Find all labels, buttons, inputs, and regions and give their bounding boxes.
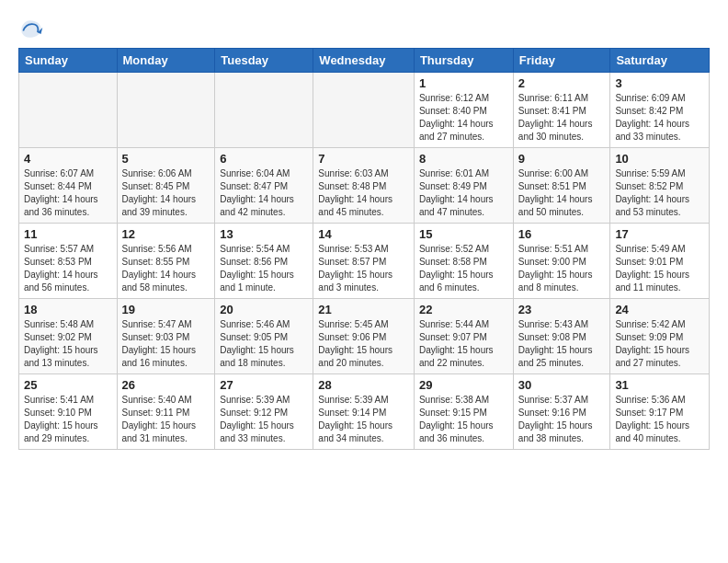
day-cell: 13Sunrise: 5:54 AM Sunset: 8:56 PM Dayli…	[215, 224, 313, 299]
day-cell: 2Sunrise: 6:11 AM Sunset: 8:41 PM Daylig…	[513, 73, 610, 148]
day-cell	[215, 73, 313, 148]
day-cell	[19, 73, 118, 148]
day-info: Sunrise: 6:12 AM Sunset: 8:40 PM Dayligh…	[419, 92, 508, 144]
day-cell	[313, 73, 415, 148]
day-cell: 29Sunrise: 5:38 AM Sunset: 9:15 PM Dayli…	[414, 374, 513, 450]
day-cell: 11Sunrise: 5:57 AM Sunset: 8:53 PM Dayli…	[19, 224, 118, 299]
day-info: Sunrise: 5:41 AM Sunset: 9:10 PM Dayligh…	[24, 394, 112, 445]
day-cell: 24Sunrise: 5:42 AM Sunset: 9:09 PM Dayli…	[610, 299, 710, 374]
day-cell: 27Sunrise: 5:39 AM Sunset: 9:12 PM Dayli…	[215, 374, 313, 450]
day-info: Sunrise: 5:51 AM Sunset: 9:00 PM Dayligh…	[518, 243, 606, 294]
day-cell: 12Sunrise: 5:56 AM Sunset: 8:55 PM Dayli…	[117, 224, 215, 299]
day-cell: 15Sunrise: 5:52 AM Sunset: 8:58 PM Dayli…	[414, 224, 513, 299]
day-cell: 30Sunrise: 5:37 AM Sunset: 9:16 PM Dayli…	[513, 374, 610, 450]
day-number: 30	[518, 378, 606, 392]
day-cell: 8Sunrise: 6:01 AM Sunset: 8:49 PM Daylig…	[414, 148, 513, 224]
day-info: Sunrise: 6:01 AM Sunset: 8:49 PM Dayligh…	[419, 167, 508, 219]
day-number: 16	[518, 227, 606, 241]
week-row-1: 1Sunrise: 6:12 AM Sunset: 8:40 PM Daylig…	[19, 73, 710, 148]
day-number: 24	[615, 303, 704, 316]
week-row-3: 11Sunrise: 5:57 AM Sunset: 8:53 PM Dayli…	[19, 224, 710, 299]
day-info: Sunrise: 5:37 AM Sunset: 9:16 PM Dayligh…	[518, 394, 606, 445]
day-info: Sunrise: 5:38 AM Sunset: 9:15 PM Dayligh…	[419, 394, 508, 445]
week-row-5: 25Sunrise: 5:41 AM Sunset: 9:10 PM Dayli…	[19, 374, 710, 450]
weekday-header-friday: Friday	[513, 49, 610, 73]
week-row-2: 4Sunrise: 6:07 AM Sunset: 8:44 PM Daylig…	[19, 148, 710, 224]
day-info: Sunrise: 5:57 AM Sunset: 8:53 PM Dayligh…	[24, 243, 112, 294]
day-number: 6	[220, 152, 308, 166]
day-cell: 7Sunrise: 6:03 AM Sunset: 8:48 PM Daylig…	[313, 148, 415, 224]
day-info: Sunrise: 5:44 AM Sunset: 9:07 PM Dayligh…	[419, 318, 508, 370]
day-number: 11	[24, 227, 112, 241]
day-cell: 17Sunrise: 5:49 AM Sunset: 9:01 PM Dayli…	[610, 224, 710, 299]
day-number: 23	[518, 303, 606, 316]
day-number: 4	[24, 152, 112, 166]
day-info: Sunrise: 5:59 AM Sunset: 8:52 PM Dayligh…	[615, 167, 704, 219]
day-number: 19	[122, 303, 210, 316]
day-number: 27	[220, 378, 308, 392]
day-cell: 3Sunrise: 6:09 AM Sunset: 8:42 PM Daylig…	[610, 73, 710, 148]
day-cell: 16Sunrise: 5:51 AM Sunset: 9:00 PM Dayli…	[513, 224, 610, 299]
day-info: Sunrise: 6:04 AM Sunset: 8:47 PM Dayligh…	[220, 167, 308, 219]
day-info: Sunrise: 5:52 AM Sunset: 8:58 PM Dayligh…	[419, 243, 508, 294]
day-number: 15	[419, 227, 508, 241]
day-number: 1	[419, 76, 508, 90]
day-info: Sunrise: 6:03 AM Sunset: 8:48 PM Dayligh…	[318, 167, 409, 219]
day-number: 13	[220, 227, 308, 241]
weekday-header-sunday: Sunday	[19, 49, 118, 73]
day-info: Sunrise: 5:49 AM Sunset: 9:01 PM Dayligh…	[615, 243, 704, 294]
day-cell: 10Sunrise: 5:59 AM Sunset: 8:52 PM Dayli…	[610, 148, 710, 224]
day-info: Sunrise: 5:56 AM Sunset: 8:55 PM Dayligh…	[122, 243, 210, 294]
day-info: Sunrise: 5:47 AM Sunset: 9:03 PM Dayligh…	[122, 318, 210, 370]
day-info: Sunrise: 5:48 AM Sunset: 9:02 PM Dayligh…	[24, 318, 112, 370]
weekday-header-thursday: Thursday	[414, 49, 513, 73]
day-number: 31	[615, 378, 704, 392]
day-number: 5	[122, 152, 210, 166]
day-info: Sunrise: 5:39 AM Sunset: 9:14 PM Dayligh…	[318, 394, 409, 445]
day-cell: 26Sunrise: 5:40 AM Sunset: 9:11 PM Dayli…	[117, 374, 215, 450]
day-cell: 14Sunrise: 5:53 AM Sunset: 8:57 PM Dayli…	[313, 224, 415, 299]
day-cell: 23Sunrise: 5:43 AM Sunset: 9:08 PM Dayli…	[513, 299, 610, 374]
day-number: 20	[220, 303, 308, 316]
day-number: 22	[419, 303, 508, 316]
day-number: 25	[24, 378, 112, 392]
logo-icon	[18, 15, 44, 40]
day-cell: 25Sunrise: 5:41 AM Sunset: 9:10 PM Dayli…	[19, 374, 118, 450]
day-info: Sunrise: 5:43 AM Sunset: 9:08 PM Dayligh…	[518, 318, 606, 370]
day-cell: 21Sunrise: 5:45 AM Sunset: 9:06 PM Dayli…	[313, 299, 415, 374]
calendar-page: SundayMondayTuesdayWednesdayThursdayFrid…	[0, 0, 728, 563]
day-number: 14	[318, 227, 409, 241]
day-cell: 19Sunrise: 5:47 AM Sunset: 9:03 PM Dayli…	[117, 299, 215, 374]
day-cell: 9Sunrise: 6:00 AM Sunset: 8:51 PM Daylig…	[513, 148, 610, 224]
logo	[18, 15, 46, 40]
day-number: 3	[615, 76, 704, 90]
day-info: Sunrise: 6:00 AM Sunset: 8:51 PM Dayligh…	[518, 167, 606, 219]
day-cell: 4Sunrise: 6:07 AM Sunset: 8:44 PM Daylig…	[19, 148, 118, 224]
weekday-header-tuesday: Tuesday	[215, 49, 313, 73]
day-cell: 20Sunrise: 5:46 AM Sunset: 9:05 PM Dayli…	[215, 299, 313, 374]
day-number: 10	[615, 152, 704, 166]
day-cell: 5Sunrise: 6:06 AM Sunset: 8:45 PM Daylig…	[117, 148, 215, 224]
day-info: Sunrise: 6:09 AM Sunset: 8:42 PM Dayligh…	[615, 92, 704, 144]
weekday-header-wednesday: Wednesday	[313, 49, 415, 73]
day-info: Sunrise: 6:06 AM Sunset: 8:45 PM Dayligh…	[122, 167, 210, 219]
day-info: Sunrise: 6:11 AM Sunset: 8:41 PM Dayligh…	[518, 92, 606, 144]
day-cell: 28Sunrise: 5:39 AM Sunset: 9:14 PM Dayli…	[313, 374, 415, 450]
calendar-table: SundayMondayTuesdayWednesdayThursdayFrid…	[18, 48, 710, 450]
day-number: 21	[318, 303, 409, 316]
day-number: 29	[419, 378, 508, 392]
day-info: Sunrise: 6:07 AM Sunset: 8:44 PM Dayligh…	[24, 167, 112, 219]
day-info: Sunrise: 5:46 AM Sunset: 9:05 PM Dayligh…	[220, 318, 308, 370]
day-cell: 18Sunrise: 5:48 AM Sunset: 9:02 PM Dayli…	[19, 299, 118, 374]
weekday-header-monday: Monday	[117, 49, 215, 73]
day-number: 18	[24, 303, 112, 316]
day-number: 17	[615, 227, 704, 241]
day-info: Sunrise: 5:54 AM Sunset: 8:56 PM Dayligh…	[220, 243, 308, 294]
day-cell: 1Sunrise: 6:12 AM Sunset: 8:40 PM Daylig…	[414, 73, 513, 148]
week-row-4: 18Sunrise: 5:48 AM Sunset: 9:02 PM Dayli…	[19, 299, 710, 374]
day-cell: 6Sunrise: 6:04 AM Sunset: 8:47 PM Daylig…	[215, 148, 313, 224]
day-number: 26	[122, 378, 210, 392]
day-info: Sunrise: 5:53 AM Sunset: 8:57 PM Dayligh…	[318, 243, 409, 294]
day-cell	[117, 73, 215, 148]
day-number: 28	[318, 378, 409, 392]
